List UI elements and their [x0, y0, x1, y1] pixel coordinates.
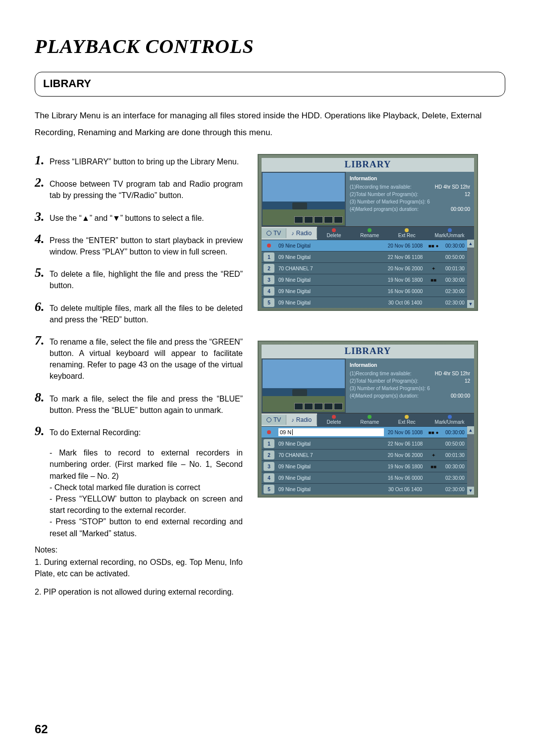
note-text: 1. During external recording, no OSDs, e…	[35, 556, 243, 579]
step-number: 5.	[35, 266, 50, 279]
file-row[interactable]: 409 Nine Digital16 Nov 06 000002:30:00	[262, 285, 467, 297]
record-dot-icon	[264, 241, 274, 250]
rename-input[interactable]: 09 N	[278, 428, 384, 436]
tab-tv[interactable]: TV	[262, 415, 286, 425]
file-date: 16 Nov 06 0000	[386, 474, 425, 482]
file-row[interactable]: 309 Nine Digital19 Nov 06 1800■■00:30:00	[262, 460, 467, 472]
blue-dot-icon	[448, 415, 452, 419]
yellow-dot-icon	[405, 228, 409, 232]
file-row[interactable]: 509 Nine Digital30 Oct 06 140002:30:00	[262, 483, 467, 495]
file-row[interactable]: 409 Nine Digital16 Nov 06 000002:30:00	[262, 472, 467, 483]
file-name: 09 Nine Digital	[276, 276, 386, 284]
tab-radio[interactable]: ♪Radio	[286, 415, 317, 425]
info-label: (3) Number of Marked Program(s): 6	[350, 198, 430, 205]
scroll-up-icon[interactable]: ▲	[467, 426, 474, 434]
row-number-badge: 2	[264, 451, 274, 459]
substep: - Mark files to record to external recor…	[50, 447, 243, 482]
file-row[interactable]: 509 Nine Digital30 Oct 06 140002:30:00	[262, 297, 467, 308]
row-number-badge: 4	[264, 473, 274, 482]
section-box: LIBRARY	[35, 72, 505, 97]
step-number: 8.	[35, 391, 50, 404]
step-text: To delete multiple files, mark all the f…	[50, 301, 243, 325]
file-duration: 00:01:30	[442, 264, 467, 273]
section-heading: LIBRARY	[43, 77, 497, 90]
lock-icon	[425, 301, 442, 304]
row-number-badge: 3	[264, 462, 274, 471]
info-label: (1)Recording time available:	[350, 183, 412, 191]
preview-window	[262, 358, 346, 413]
file-row[interactable]: 09 N20 Nov 06 1008■■ ●00:30:00	[262, 426, 467, 438]
step-number: 3.	[35, 210, 50, 223]
lock-icon	[425, 290, 442, 293]
tab-tv[interactable]: TV	[262, 228, 286, 238]
lock-icon: ■■	[425, 276, 442, 284]
file-row[interactable]: 270 CHANNEL 720 Nov 06 2000✦00:01:30	[262, 449, 467, 460]
file-duration: 00:30:00	[442, 428, 467, 437]
file-row[interactable]: 270 CHANNEL 720 Nov 06 2000✦00:01:30	[262, 262, 467, 274]
scroll-down-icon[interactable]: ▼	[467, 487, 474, 495]
tab-label: Radio	[296, 230, 312, 237]
legend-label: Mark/Unmark	[435, 419, 465, 425]
info-heading: Information	[350, 175, 470, 182]
file-name: 09 Nine Digital	[276, 287, 386, 296]
blue-dot-icon	[448, 228, 452, 232]
lock-icon: ■■ ●	[425, 242, 442, 250]
file-duration: 00:30:00	[442, 462, 467, 471]
file-name: 09 Nine Digital	[276, 299, 386, 307]
row-number-badge: 2	[264, 264, 274, 273]
row-number-badge: 4	[264, 287, 274, 296]
row-number-badge: 1	[264, 252, 274, 261]
step-text: Press the “ENTER” button to start playba…	[50, 233, 243, 257]
yellow-dot-icon	[405, 415, 409, 419]
file-name: 09 Nine Digital	[276, 462, 386, 471]
tv-icon	[267, 231, 271, 236]
lock-icon: ✦	[425, 264, 442, 273]
info-value: 00:00:00	[451, 392, 470, 400]
step-number: 2.	[35, 176, 50, 189]
file-row[interactable]: 309 Nine Digital19 Nov 06 1800■■00:30:00	[262, 274, 467, 285]
red-dot-icon	[332, 415, 336, 419]
file-name: 09 Nine Digital	[276, 440, 386, 448]
step-text: Choose between TV program tab and Radio …	[50, 176, 243, 201]
file-duration: 00:30:00	[442, 242, 467, 250]
info-value: 12	[465, 191, 470, 198]
color-legend: Delete Rename Ext Rec Mark/Unmark	[317, 413, 474, 426]
page-number: 62	[35, 722, 48, 736]
row-number-badge: 5	[264, 298, 274, 307]
preview-window	[262, 172, 346, 226]
file-row[interactable]: 109 Nine Digital22 Nov 06 110800:50:00	[262, 438, 467, 449]
legend-label: Rename	[360, 419, 379, 425]
file-date: 19 Nov 06 1800	[386, 462, 425, 471]
substep: - Press “YELLOW’ button to playback on s…	[50, 493, 243, 516]
green-dot-icon	[368, 228, 372, 232]
tab-radio[interactable]: ♪Radio	[286, 228, 317, 238]
scroll-up-icon[interactable]: ▲	[467, 240, 474, 248]
file-list: 09 N20 Nov 06 1008■■ ●00:30:00109 Nine D…	[262, 426, 467, 495]
legend-label: Ext Rec	[398, 233, 416, 238]
file-date: 19 Nov 06 1800	[386, 276, 425, 284]
row-number-badge: 5	[264, 485, 274, 494]
scrollbar[interactable]: ▲ ▼	[467, 240, 474, 308]
info-value: 12	[465, 377, 470, 385]
green-dot-icon	[368, 415, 372, 419]
file-row[interactable]: 09 Nine Digital20 Nov 06 1008■■ ●00:30:0…	[262, 240, 467, 251]
lock-icon: ■■ ●	[425, 428, 442, 437]
legend-label: Ext Rec	[398, 419, 416, 425]
scroll-down-icon[interactable]: ▼	[467, 300, 474, 308]
file-duration: 02:30:00	[442, 474, 467, 482]
intro-text: The Library Menu is an interface for man…	[35, 107, 505, 141]
file-date: 20 Nov 06 1008	[386, 428, 425, 437]
file-row[interactable]: 109 Nine Digital22 Nov 06 110800:50:00	[262, 251, 467, 262]
legend-label: Rename	[360, 233, 379, 238]
lock-icon: ■■	[425, 462, 442, 471]
legend-label: Mark/Unmark	[435, 233, 465, 238]
info-panel: Information (1)Recording time available:…	[346, 172, 474, 226]
tab-label: Radio	[296, 416, 312, 423]
info-panel: Information (1)Recording time available:…	[346, 358, 474, 413]
info-value: 00:00:00	[451, 205, 470, 213]
row-number-badge: 1	[264, 439, 274, 448]
scrollbar[interactable]: ▲ ▼	[467, 426, 474, 495]
info-label: (1)Recording time available:	[350, 370, 412, 377]
record-dot-icon	[264, 428, 274, 437]
file-date: 22 Nov 06 1108	[386, 253, 425, 261]
